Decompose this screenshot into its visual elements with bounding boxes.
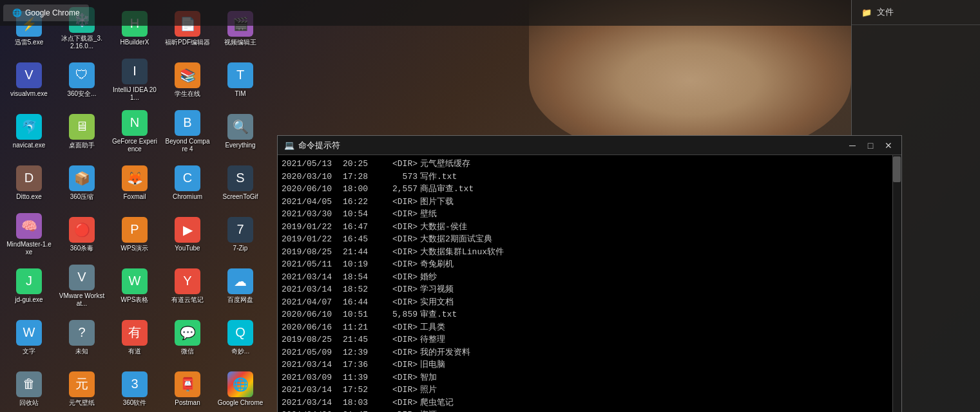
- cmd-cell-dir: 5,859: [378, 308, 420, 321]
- cmd-cell-name: 资源: [420, 409, 437, 412]
- cmd-cell-name: 写作.txt: [420, 171, 457, 183]
- taskbar-tab-chrome[interactable]: 🌐 Google Chrome: [3, 5, 89, 21]
- desktop-icon-qimiao[interactable]: Q奇妙...: [215, 312, 266, 362]
- icon-image-postman: 📮: [175, 371, 200, 397]
- cmd-cell-date: 2020/06/10: [282, 308, 343, 321]
- desktop-icon-screentogif[interactable]: SScreenToGif: [215, 158, 266, 208]
- icon-label-unknown1: 未知: [75, 348, 88, 355]
- desktop-icon-navicat[interactable]: 🐬navicat.exe: [3, 106, 55, 156]
- cmd-close-button[interactable]: ✕: [882, 139, 895, 152]
- desktop-icon-geforce[interactable]: NGeForce Experience: [109, 106, 160, 156]
- cmd-cell-dir: <DIR>: [378, 271, 420, 284]
- desktop-icon-yuanqi[interactable]: 元元气壁纸: [56, 364, 108, 412]
- icon-label-360safe: 360安全...: [67, 90, 96, 98]
- icon-image-soft360: 3: [122, 371, 148, 397]
- cmd-icon: 💻: [284, 140, 294, 150]
- desktop-icon-virtualvm[interactable]: Vvisualvm.exe: [3, 55, 55, 105]
- icon-image-yuanqi: 元: [69, 371, 95, 397]
- desktop-icon-everything[interactable]: 🔍Everything: [215, 106, 266, 156]
- cmd-maximize-button[interactable]: □: [864, 139, 877, 152]
- cmd-scrollbar[interactable]: [892, 155, 901, 412]
- sidebar-item-files[interactable]: 📁 文件: [852, 0, 980, 25]
- icon-image-virtualvm: V: [16, 62, 42, 88]
- cmd-cell-dir: <DIR>: [378, 409, 420, 412]
- desktop-icon-tim[interactable]: TTIM: [215, 55, 266, 105]
- icon-label-geforce: GeForce Experience: [111, 138, 158, 153]
- cmd-cell-date: 2021/03/14: [282, 384, 343, 397]
- desktop-icon-baidu[interactable]: ☁百度网盘: [215, 261, 266, 311]
- cmd-cell-time: 16:22: [343, 196, 378, 209]
- cmd-cell-dir: <DIR>: [378, 208, 420, 221]
- desktop-icon-360safe[interactable]: 🛡360安全...: [56, 55, 108, 105]
- cmd-cell-name: 壁纸: [420, 208, 437, 221]
- cmd-controls: ─ □ ✕: [846, 139, 895, 152]
- desktop-icon-wps_xls[interactable]: WWPS表格: [109, 261, 160, 311]
- cmd-cell-time: 11:39: [343, 371, 378, 384]
- desktop-icon-ditto[interactable]: DDitto.exe: [3, 158, 55, 208]
- cmd-cell-name: 大数据集群Linux软件: [420, 246, 504, 259]
- chrome-tab-label: Google Chrome: [25, 8, 80, 17]
- icon-label-xunlei: 迅雷5.exe: [15, 39, 43, 46]
- table-row: 2021/03/14 18:52 <DIR> 学习视频: [282, 283, 898, 296]
- cmd-cell-name: 大数据2期面试宝典: [420, 233, 492, 246]
- cmd-cell-date: 2020/06/16: [282, 321, 343, 334]
- cmd-minimize-button[interactable]: ─: [846, 139, 859, 152]
- desktop-icon-chromium[interactable]: CChromium: [162, 158, 213, 208]
- table-row: 2020/03/10 17:28 573 写作.txt: [282, 171, 898, 183]
- icon-label-soft360: 360软件: [123, 399, 147, 407]
- icon-image-unknown1: ?: [69, 320, 95, 346]
- desktop-icon-foxmail[interactable]: 🦊Foxmail: [109, 158, 160, 208]
- cmd-cell-date: 2021/03/14: [282, 271, 343, 284]
- desktop-icon-intellij[interactable]: IIntelliJ IDEA 201...: [109, 55, 160, 105]
- cmd-cell-time: 10:54: [343, 208, 378, 221]
- table-row: 2020/06/16 11:21 <DIR> 工具类: [282, 321, 898, 334]
- desktop-icon-soft360[interactable]: 3360软件: [109, 364, 160, 412]
- icon-label-youdao: 有道云笔记: [171, 296, 204, 304]
- cmd-cell-dir: <DIR>: [378, 158, 420, 171]
- icon-label-bingdian: 冰点下载器_3.2.16.0...: [59, 35, 105, 50]
- icon-label-wps_xls: WPS表格: [121, 296, 149, 304]
- cmd-cell-time: 16:44: [343, 296, 378, 309]
- icon-image-foxmail: 🦊: [122, 165, 148, 191]
- desktop-icon-beyond[interactable]: BBeyond Compare 4: [162, 106, 213, 156]
- cmd-cell-time: 18:00: [343, 183, 378, 196]
- cmd-cell-date: 2020/03/10: [282, 171, 343, 183]
- desktop-icon-mindao[interactable]: 有有道: [109, 312, 160, 362]
- cmd-cell-date: 2019/01/22: [282, 221, 343, 234]
- desktop-icon-word[interactable]: W文字: [3, 312, 55, 362]
- desktop-icon-youtube[interactable]: ▶YouTube: [162, 209, 213, 259]
- desktop-icon-360kill[interactable]: 🔴360杀毒: [56, 209, 108, 259]
- cmd-cell-date: 2021/03/09: [282, 371, 343, 384]
- icon-image-youtube: ▶: [175, 217, 200, 243]
- files-icon: 📁: [861, 8, 872, 17]
- files-label: 文件: [877, 6, 894, 18]
- desktop-icon-student[interactable]: 📚学生在线: [162, 55, 213, 105]
- desktop-icon-vmware[interactable]: VVMware Workstat...: [56, 261, 108, 311]
- cmd-cell-dir: 573: [378, 171, 420, 183]
- desktop-icon-7zip[interactable]: 77-Zip: [215, 209, 266, 259]
- cmd-titlebar[interactable]: 💻 命令提示符 ─ □ ✕: [278, 136, 901, 155]
- desktop-icon-mindmaster[interactable]: 🧠MindMaster-1.exe: [3, 209, 55, 259]
- desktop-icon-wps_ppt[interactable]: PWPS演示: [109, 209, 160, 259]
- desktop-icon-jdgui[interactable]: Jjd-gui.exe: [3, 261, 55, 311]
- desktop-icon-desktop[interactable]: 🖥桌面助手: [56, 106, 108, 156]
- icon-image-jdgui: J: [16, 268, 42, 294]
- cmd-cell-dir: <DIR>: [378, 371, 420, 384]
- desktop-icon-postman[interactable]: 📮Postman: [162, 364, 213, 412]
- cmd-scrollbar-thumb: [893, 156, 901, 182]
- icon-label-wechat: 微信: [181, 348, 194, 355]
- table-row: 2021/03/30 10:54 <DIR> 壁纸: [282, 208, 898, 221]
- cmd-cell-time: 10:51: [343, 308, 378, 321]
- icon-image-tim: T: [227, 62, 253, 88]
- desktop-icon-360zip[interactable]: 📦360压缩: [56, 158, 108, 208]
- desktop-icon-youdao[interactable]: Y有道云笔记: [162, 261, 213, 311]
- desktop-icon-unknown1[interactable]: ?未知: [56, 312, 108, 362]
- desktop-icon-wechat[interactable]: 💬微信: [162, 312, 213, 362]
- icon-label-mindmaster: MindMaster-1.exe: [6, 241, 52, 256]
- icon-label-intellij: IntelliJ IDEA 201...: [111, 86, 158, 102]
- table-row: 2021/03/14 17:36 <DIR> 旧电脑: [282, 359, 898, 371]
- cmd-cell-date: 2021/04/26: [282, 409, 343, 412]
- desktop-icon-recycle[interactable]: 🗑回收站: [3, 364, 55, 412]
- cmd-cell-dir: <DIR>: [378, 321, 420, 334]
- desktop-icon-chrome_app[interactable]: 🌐Google Chrome: [215, 364, 266, 412]
